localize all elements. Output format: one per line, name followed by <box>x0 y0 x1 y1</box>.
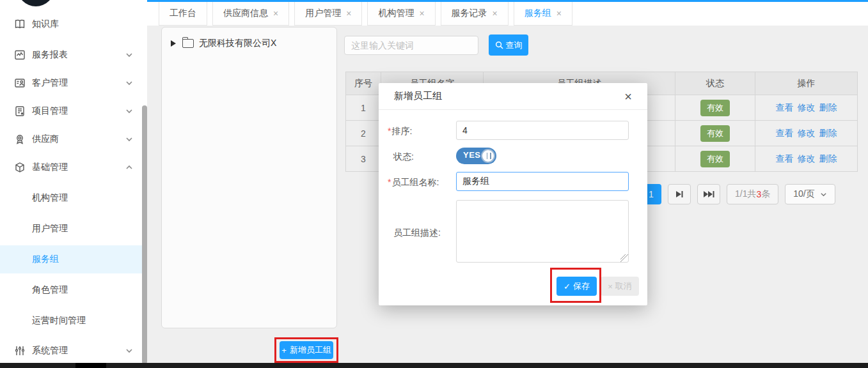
bottom-scrollbar-thumb[interactable] <box>75 363 106 368</box>
sidebar-subitem-label: 服务组 <box>32 254 59 265</box>
sidebar-item-label: 服务报表 <box>32 49 68 61</box>
group-name-input[interactable] <box>456 172 629 191</box>
sidebar-subitem-label: 机构管理 <box>32 192 68 204</box>
tab-user-mgmt[interactable]: 用户管理 × <box>294 2 362 26</box>
sidebar-item-suppliers[interactable]: 供应商 <box>0 125 147 153</box>
close-icon[interactable]: × <box>556 8 562 19</box>
pagination: 1 1/1共3条 10/页 <box>641 184 835 204</box>
sidebar-item-reports[interactable]: 服务报表 <box>0 41 147 69</box>
next-page-icon <box>675 190 684 198</box>
edit-link[interactable]: 修改 <box>798 128 816 138</box>
chevron-down-icon <box>820 191 827 198</box>
sidebar-subitem-roles[interactable]: 角色管理 <box>0 276 147 304</box>
delete-link[interactable]: 删除 <box>819 102 837 112</box>
status-badge: 有效 <box>700 100 730 116</box>
base-icon <box>14 162 26 173</box>
sidebar-item-knowledge[interactable]: 知识库 <box>0 10 147 38</box>
sidebar-subitem-label: 用户管理 <box>32 223 68 234</box>
last-page-icon <box>703 190 714 198</box>
tab-label: 用户管理 <box>305 8 341 19</box>
page-count-total: 3 <box>756 189 761 199</box>
view-link[interactable]: 查看 <box>776 153 794 164</box>
group-desc-textarea[interactable] <box>456 200 629 263</box>
col-header-ops: 操作 <box>755 72 858 95</box>
tab-service-records[interactable]: 服务记录 × <box>441 2 509 26</box>
close-icon[interactable]: × <box>493 8 498 19</box>
status-toggle[interactable]: YES <box>456 148 496 164</box>
delete-link[interactable]: 删除 <box>819 128 837 138</box>
search-input[interactable] <box>344 36 478 55</box>
cancel-button[interactable]: × 取消 <box>601 277 639 296</box>
query-button[interactable]: 查询 <box>489 34 528 56</box>
tab-label: 服务组 <box>525 8 551 19</box>
sidebar-scrollbar[interactable] <box>142 105 147 364</box>
sidebar-subitem-users[interactable]: 用户管理 <box>0 215 147 243</box>
sidebar-subitem-org[interactable]: 机构管理 <box>0 184 147 212</box>
close-icon[interactable]: × <box>620 88 636 105</box>
last-page-button[interactable] <box>697 184 720 204</box>
sidebar-item-system[interactable]: 系统管理 <box>0 337 147 365</box>
tree-node-root[interactable]: 无限科技有限公司X <box>171 38 336 49</box>
sidebar-item-base[interactable]: 基础管理 <box>0 153 147 181</box>
chevron-down-icon <box>125 51 133 59</box>
edit-link[interactable]: 修改 <box>798 153 816 164</box>
folder-icon <box>182 39 194 48</box>
cell-ops: 查看修改删除 <box>755 146 858 172</box>
bottom-scrollbar[interactable] <box>0 363 868 368</box>
cell-no: 3 <box>346 146 381 172</box>
chevron-down-icon <box>125 347 133 355</box>
tab-org-mgmt[interactable]: 机构管理 × <box>367 2 435 26</box>
add-employee-group-dialog: 新增员工组 × *排序: 状态: YES *员工组名称: 员工组描述: ✓ 保存… <box>379 83 647 305</box>
col-header-no: 序号 <box>346 72 381 95</box>
dialog-header: 新增员工组 × <box>379 83 647 110</box>
close-icon[interactable]: × <box>273 8 278 19</box>
system-icon <box>14 345 26 356</box>
save-button[interactable]: ✓ 保存 <box>556 277 597 296</box>
caret-right-icon[interactable] <box>171 40 176 47</box>
sidebar-item-projects[interactable]: 项目管理 <box>0 97 147 125</box>
toggle-knob[interactable] <box>481 149 495 163</box>
sort-input[interactable] <box>456 121 629 140</box>
cell-status: 有效 <box>675 95 755 121</box>
cell-ops: 查看修改删除 <box>755 121 858 146</box>
sidebar-item-label: 客户管理 <box>32 77 68 89</box>
chevron-up-icon <box>125 164 133 171</box>
sidebar-subitem-service-group[interactable]: 服务组 <box>0 245 147 273</box>
close-icon[interactable]: × <box>419 8 424 19</box>
edit-link[interactable]: 修改 <box>798 102 816 112</box>
sidebar-item-customers[interactable]: 客户管理 <box>0 69 147 97</box>
tab-workbench[interactable]: 工作台 <box>159 2 207 26</box>
close-icon[interactable]: × <box>346 8 351 19</box>
tab-service-group[interactable]: 服务组 × <box>514 2 572 26</box>
sidebar-subitem-label: 角色管理 <box>32 284 68 296</box>
name-field-label: *员工组名称: <box>388 177 454 188</box>
desc-field-label: 员工组描述: <box>393 227 460 239</box>
status-badge: 有效 <box>700 125 730 142</box>
sidebar-item-label: 基础管理 <box>32 162 68 173</box>
sidebar-subitem-operating-time[interactable]: 运营时间管理 <box>0 307 147 335</box>
cancel-button-label: 取消 <box>615 280 632 292</box>
cell-no: 2 <box>346 121 381 146</box>
page-size-select[interactable]: 10/页 <box>785 184 835 204</box>
add-employee-group-button[interactable]: + 新增员工组 <box>280 341 333 359</box>
tab-label: 服务记录 <box>452 8 487 19</box>
check-icon: ✓ <box>564 282 571 291</box>
sidebar-item-label: 项目管理 <box>32 105 68 117</box>
search-icon <box>495 41 503 49</box>
tab-label: 工作台 <box>170 8 196 19</box>
tree-node-label: 无限科技有限公司X <box>199 38 276 49</box>
delete-link[interactable]: 删除 <box>819 153 837 164</box>
page-size-value: 10/页 <box>793 188 814 200</box>
cell-no: 1 <box>346 95 381 121</box>
status-badge: 有效 <box>700 151 730 167</box>
tab-supplier-info[interactable]: 供应商信息 × <box>212 2 289 26</box>
cell-status: 有效 <box>675 121 755 146</box>
sidebar: 知识库 服务报表 客户管理 项目管理 供应商 基础管理 <box>0 0 147 368</box>
next-page-button[interactable] <box>668 184 691 204</box>
save-button-label: 保存 <box>573 280 590 292</box>
page-count-prefix: 1/1共 <box>735 188 756 200</box>
view-link[interactable]: 查看 <box>776 102 794 112</box>
supplier-icon <box>14 134 26 145</box>
view-link[interactable]: 查看 <box>776 128 794 138</box>
close-icon: × <box>608 282 613 291</box>
